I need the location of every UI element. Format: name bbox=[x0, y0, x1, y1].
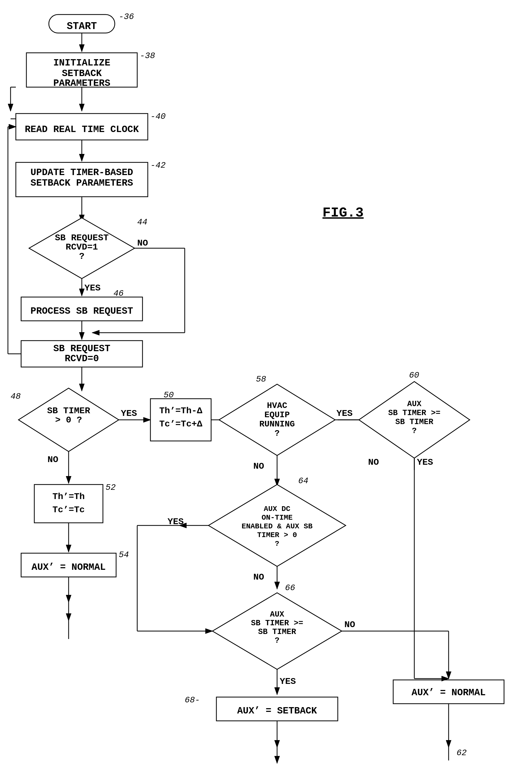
yes-label-sb-request: YES bbox=[84, 283, 101, 293]
ref-42: -42 bbox=[150, 160, 166, 170]
aux-dc-line5: ? bbox=[275, 540, 279, 548]
ref-58: 58 bbox=[256, 374, 266, 384]
hvac-running-line1: HVAC bbox=[267, 401, 287, 411]
ref-36: -36 bbox=[119, 12, 134, 22]
sb-timer-line2: > 0 ? bbox=[55, 415, 82, 425]
hvac-running-line4: ? bbox=[274, 429, 279, 438]
keep-temps-line2: Tc’=Tc bbox=[53, 505, 85, 515]
aux-sb-timer-right-line2: SB TIMER >= bbox=[388, 409, 440, 418]
no-label-sb-timer: NO bbox=[47, 455, 58, 465]
yes-label-aux-sb-bottom: YES bbox=[280, 677, 296, 687]
sb-request-line3: ? bbox=[79, 251, 84, 261]
svg-rect-22 bbox=[34, 485, 103, 523]
fig-label: FIG.3 bbox=[322, 205, 364, 221]
aux-sb-timer-right-line3: SB TIMER bbox=[395, 418, 433, 427]
sb-rcvd0-line1: SB REQUEST bbox=[53, 343, 110, 354]
aux-sb-timer-bottom-line1: AUX bbox=[270, 610, 284, 619]
ref-60: 60 bbox=[409, 370, 419, 380]
no-label-hvac: NO bbox=[253, 461, 264, 471]
aux-dc-line2: ON-TIME bbox=[262, 514, 293, 522]
sb-request-line1: SB REQUEST bbox=[55, 233, 109, 243]
aux-normal-right-label: AUX’ = NORMAL bbox=[412, 687, 486, 698]
yes-label-aux-sb-right: YES bbox=[417, 457, 433, 467]
read-clock-label: READ REAL TIME CLOCK bbox=[25, 124, 139, 135]
aux-sb-timer-right-line4: ? bbox=[412, 427, 417, 436]
ref-68: 68- bbox=[185, 695, 200, 705]
update-timer-line2: SETBACK PARAMETERS bbox=[31, 178, 133, 188]
aux-normal-left-label: AUX’ = NORMAL bbox=[32, 562, 106, 573]
ref-44: 44 bbox=[137, 217, 147, 227]
start-label: START bbox=[67, 21, 97, 32]
sb-timer-line1: SB TIMER bbox=[47, 406, 90, 416]
init-label-line2: SETBACK bbox=[62, 68, 102, 79]
ref-64: 64 bbox=[298, 476, 308, 486]
ref-40: -40 bbox=[150, 112, 166, 121]
hvac-running-line3: RUNNING bbox=[259, 419, 295, 429]
no-label-aux-sb-right: NO bbox=[368, 457, 379, 467]
aux-sb-timer-right-line1: AUX bbox=[407, 400, 421, 409]
ref-54: 54 bbox=[119, 550, 129, 560]
ref-48: 48 bbox=[11, 392, 21, 402]
hvac-running-line2: EQUIP bbox=[264, 410, 290, 420]
aux-sb-timer-bottom-line2: SB TIMER >= bbox=[251, 619, 303, 628]
sb-rcvd0-line2: RCVD=0 bbox=[65, 353, 99, 364]
process-sb-label: PROCESS SB REQUEST bbox=[31, 306, 133, 316]
no-label-sb-request: NO bbox=[137, 238, 148, 248]
ref-66: 66 bbox=[285, 583, 295, 593]
aux-sb-timer-bottom-line3: SB TIMER bbox=[258, 627, 296, 636]
aux-dc-line3: ENABLED & AUX SB bbox=[242, 522, 313, 531]
yes-label-hvac: YES bbox=[336, 409, 353, 419]
aux-dc-line1: AUX DC bbox=[264, 505, 291, 513]
flowchart-container: START -36 INITIALIZE SETBACK PARAMETERS … bbox=[0, 0, 532, 766]
no-label-aux-dc: NO bbox=[253, 572, 264, 582]
aux-setback-label: AUX’ = SETBACK bbox=[237, 706, 317, 716]
aux-dc-line4: TIMER > 0 bbox=[257, 531, 297, 539]
ref-50: 50 bbox=[164, 390, 174, 400]
ref-38: -38 bbox=[140, 51, 155, 61]
ref-62: 62 bbox=[457, 748, 467, 758]
ref-52: 52 bbox=[106, 483, 116, 493]
keep-temps-line1: Th’=Th bbox=[53, 492, 85, 502]
sb-request-line2: RCVD=1 bbox=[66, 242, 98, 252]
adjust-temps-line1: Th’=Th-Δ bbox=[159, 406, 202, 416]
update-timer-line1: UPDATE TIMER-BASED bbox=[31, 167, 133, 178]
adjust-temps-line2: Tc’=Tc+Δ bbox=[159, 419, 202, 429]
init-label-line3: PARAMETERS bbox=[53, 78, 110, 89]
aux-sb-timer-bottom-line4: ? bbox=[275, 636, 279, 645]
init-label-line1: INITIALIZE bbox=[53, 58, 110, 68]
yes-label-sb-timer: YES bbox=[121, 409, 137, 419]
no-label-aux-sb-bottom: NO bbox=[344, 620, 355, 630]
